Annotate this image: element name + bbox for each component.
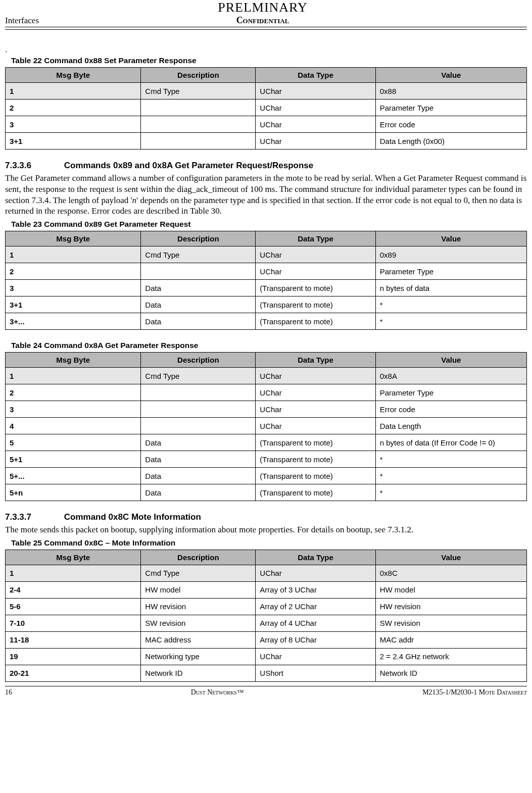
- table24-body: 1Cmd TypeUChar0x8A2UCharParameter Type3U…: [6, 368, 527, 501]
- cell-type: (Transparent to mote): [256, 434, 375, 451]
- cell-desc: Data: [141, 434, 256, 451]
- cell-byte: 3+1: [6, 296, 141, 313]
- cell-desc: HW revision: [141, 598, 256, 615]
- cell-byte: 1: [6, 565, 141, 581]
- cell-type: UChar: [256, 83, 375, 100]
- th-data-type: Data Type: [256, 231, 375, 246]
- th-description: Description: [141, 353, 256, 368]
- table-row: 3+...Data(Transparent to mote)*: [6, 313, 527, 330]
- th-description: Description: [141, 68, 256, 83]
- cell-desc: Data: [141, 468, 256, 484]
- cell-val: *: [375, 313, 526, 330]
- cell-type: Array of 2 UChar: [256, 598, 375, 615]
- cell-type: Array of 4 UChar: [256, 615, 375, 631]
- cell-type: (Transparent to mote): [256, 296, 375, 313]
- page-footer: 16 Dust Networks™ M2135-1/M2030-1 Mote D…: [5, 686, 527, 697]
- cell-type: UChar: [256, 401, 375, 418]
- section-label: Interfaces: [5, 16, 39, 26]
- cell-desc: HW model: [141, 581, 256, 598]
- cell-val: n bytes of data: [375, 280, 526, 296]
- table23-body: 1Cmd TypeUChar0x892UCharParameter Type3D…: [6, 246, 527, 330]
- th-data-type: Data Type: [256, 353, 375, 368]
- cell-val: HW revision: [375, 598, 526, 615]
- cell-desc: [141, 401, 256, 418]
- cell-val: 0x8C: [375, 565, 526, 581]
- cell-type: UChar: [256, 133, 375, 150]
- table-header-row: Msg Byte Description Data Type Value: [6, 68, 527, 83]
- section-7337-heading: 7.3.3.7 Command 0x8C Mote Information: [5, 512, 527, 522]
- leading-dot: .: [5, 45, 527, 54]
- table-row: 1Cmd TypeUChar0x8C: [6, 565, 527, 581]
- cell-desc: Networking type: [141, 648, 256, 665]
- cell-byte: 1: [6, 246, 141, 263]
- section-7336-body: The Get Parameter command allows a numbe…: [5, 173, 527, 217]
- table23: Msg Byte Description Data Type Value 1Cm…: [5, 231, 527, 330]
- cell-desc: [141, 116, 256, 133]
- cell-byte: 3+...: [6, 313, 141, 330]
- cell-type: Array of 3 UChar: [256, 581, 375, 598]
- cell-desc: Cmd Type: [141, 565, 256, 581]
- cell-type: UChar: [256, 100, 375, 116]
- cell-byte: 3: [6, 401, 141, 418]
- cell-type: (Transparent to mote): [256, 468, 375, 484]
- section-number: 7.3.3.7: [5, 512, 62, 522]
- table25-caption: Table 25 Command 0x8C – Mote Information: [11, 538, 527, 548]
- cell-desc: Cmd Type: [141, 83, 256, 100]
- cell-val: Parameter Type: [375, 384, 526, 401]
- th-value: Value: [375, 68, 526, 83]
- cell-val: 0x89: [375, 246, 526, 263]
- section-title: Commands 0x89 and 0x8A Get Parameter Req…: [64, 161, 314, 170]
- cell-desc: Network ID: [141, 665, 256, 681]
- cell-desc: Data: [141, 451, 256, 468]
- cell-desc: [141, 263, 256, 280]
- cell-byte: 3: [6, 280, 141, 296]
- cell-byte: 2: [6, 100, 141, 116]
- section-title: Command 0x8C Mote Information: [64, 512, 201, 522]
- cell-type: UChar: [256, 648, 375, 665]
- cell-val: 0x8A: [375, 368, 526, 384]
- table-row: 3+1Data(Transparent to mote)*: [6, 296, 527, 313]
- th-msg-byte: Msg Byte: [6, 550, 141, 565]
- cell-desc: Data: [141, 484, 256, 501]
- section-number: 7.3.3.6: [5, 161, 62, 171]
- th-value: Value: [375, 231, 526, 246]
- table-row: 3UCharError code: [6, 401, 527, 418]
- cell-byte: 5+n: [6, 484, 141, 501]
- th-description: Description: [141, 550, 256, 565]
- footer-doc: M2135-1/M2030-1 Mote Datasheet: [422, 688, 527, 697]
- table-row: 5+1Data(Transparent to mote)*: [6, 451, 527, 468]
- table-row: 1Cmd TypeUChar0x88: [6, 83, 527, 100]
- table24-caption: Table 24 Command 0x8A Get Parameter Resp…: [11, 341, 527, 350]
- table-row: 2UCharParameter Type: [6, 263, 527, 280]
- table25: Msg Byte Description Data Type Value 1Cm…: [5, 550, 527, 682]
- table-row: 3UCharError code: [6, 116, 527, 133]
- section-7337-body: The mote sends this packet on bootup, su…: [5, 524, 527, 535]
- table-row: 20-21Network IDUShortNetwork ID: [6, 665, 527, 681]
- cell-desc: MAC address: [141, 631, 256, 648]
- cell-val: Data Length: [375, 418, 526, 434]
- th-value: Value: [375, 353, 526, 368]
- preliminary-label: PRELMINARY: [218, 0, 308, 15]
- cell-val: Error code: [375, 116, 526, 133]
- cell-val: *: [375, 468, 526, 484]
- table24: Msg Byte Description Data Type Value 1Cm…: [5, 352, 527, 501]
- cell-byte: 19: [6, 648, 141, 665]
- cell-byte: 5+1: [6, 451, 141, 468]
- table-row: 2UCharParameter Type: [6, 384, 527, 401]
- cell-type: UChar: [256, 565, 375, 581]
- header-center: PRELMINARY Confidential: [218, 0, 308, 26]
- cell-val: *: [375, 296, 526, 313]
- cell-val: 0x88: [375, 83, 526, 100]
- table-header-row: Msg Byte Description Data Type Value: [6, 353, 527, 368]
- table-row: 11-18MAC addressArray of 8 UCharMAC addr: [6, 631, 527, 648]
- cell-type: (Transparent to mote): [256, 313, 375, 330]
- cell-byte: 1: [6, 368, 141, 384]
- table22-body: 1Cmd TypeUChar0x882UCharParameter Type3U…: [6, 83, 527, 150]
- table-header-row: Msg Byte Description Data Type Value: [6, 550, 527, 565]
- cell-desc: Cmd Type: [141, 368, 256, 384]
- table-row: 5+...Data(Transparent to mote)*: [6, 468, 527, 484]
- cell-val: Network ID: [375, 665, 526, 681]
- cell-byte: 2-4: [6, 581, 141, 598]
- th-msg-byte: Msg Byte: [6, 231, 141, 246]
- cell-type: UChar: [256, 116, 375, 133]
